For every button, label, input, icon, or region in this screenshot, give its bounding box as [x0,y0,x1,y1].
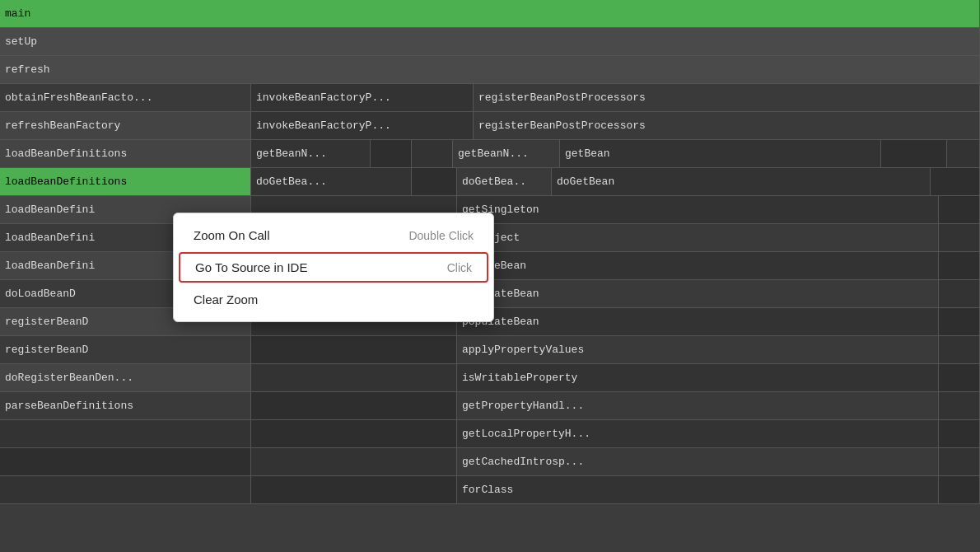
cell-getbean1: getBean [560,140,881,167]
row-4: obtainFreshBeanFacto... invokeBeanFactor… [0,84,980,112]
cell-getbeann1: getBeanN... [251,140,371,167]
cell-empty3 [412,168,457,195]
menu-item-go-to-source[interactable]: Go To Source in IDE Click [179,252,488,283]
cell-side1 [881,140,947,167]
cell-registerbeand2: registerBeanD [0,336,251,363]
cell-empty15 [251,448,457,475]
cell-side7 [939,280,980,307]
cell-obtain: obtainFreshBeanFacto... [0,84,251,111]
cell-side4 [939,196,980,223]
cell-invoke1: invokeBeanFactoryP... [251,84,474,111]
cell-iswritableproperty: isWritableProperty [457,364,939,391]
cell-empty14 [0,448,251,475]
cell-docreatebean: doCreateBean [457,280,939,307]
cell-empty1 [371,140,412,167]
row-14: doRegisterBeanDen... isWritableProperty [0,364,980,392]
cell-register2: registerBeanPostProcessors [474,112,980,139]
cell-empty2 [412,140,453,167]
menu-label-zoom: Zoom On Call [194,228,270,242]
menu-shortcut-zoom: Double Click [408,229,474,242]
cell-dogetbea2: doGetBea.. [457,168,552,195]
cell-empty13 [251,420,457,447]
row-6: loadBeanDefinitions getBeanN... getBeanN… [0,140,980,168]
menu-label-go-to-source: Go To Source in IDE [195,260,307,274]
menu-shortcut-go-to-source: Click [447,261,472,274]
cell-invoke2: invokeBeanFactoryP... [251,112,474,139]
cell-side11 [939,392,980,419]
cell-register1: registerBeanPostProcessors [474,84,980,111]
cell-side10 [939,364,980,391]
cell-side13 [939,448,980,475]
cell-empty12 [0,420,251,447]
cell-empty10 [251,364,457,391]
row-17: getCachedIntrosp... [0,448,980,476]
cell-setup: setUp [0,28,980,55]
cell-side3 [931,168,980,195]
row-5: refreshBeanFactory invokeBeanFactoryP...… [0,112,980,140]
cell-refresh: refresh [0,56,980,83]
row-refresh: refresh [0,56,980,84]
cell-empty17 [251,476,457,503]
cell-doregisterbeanden: doRegisterBeanDen... [0,364,251,391]
cell-getcachedintrosp: getCachedIntrosp... [457,448,939,475]
menu-item-zoom-on-call[interactable]: Zoom On Call Double Click [174,220,493,250]
cell-load1: loadBeanDefinitions [0,140,251,167]
cell-getbeann2: getBeanN... [453,140,560,167]
cell-empty11 [251,392,457,419]
menu-label-clear-zoom: Clear Zoom [194,292,258,306]
row-main[interactable]: main [0,0,980,28]
cell-side5 [939,224,980,251]
cell-dogetbean: doGetBean [552,168,931,195]
cell-createbean: createBean [457,252,939,279]
cell-getpropertyhandl: getPropertyHandl... [457,392,939,419]
cell-side6 [939,252,980,279]
cell-empty9 [251,336,457,363]
cell-parsebeandefs: parseBeanDefinitions [0,392,251,419]
cell-populatebean: populateBean [457,308,939,335]
cell-refresh-bean: refreshBeanFactory [0,112,251,139]
row-7: loadBeanDefinitions doGetBea... doGetBea… [0,168,980,196]
cell-main[interactable]: main [0,0,980,27]
cell-getsingleton: getSingleton [457,196,939,223]
row-15: parseBeanDefinitions getPropertyHandl... [0,392,980,420]
row-setup: setUp [0,28,980,56]
cell-applypropertyvalues: applyPropertyValues [457,336,939,363]
menu-item-clear-zoom[interactable]: Clear Zoom [174,284,493,315]
cell-side8 [939,308,980,335]
row-16: getLocalPropertyH... [0,420,980,448]
cell-side9 [939,336,980,363]
cell-side12 [939,420,980,447]
cell-side14 [939,476,980,503]
row-13: registerBeanD applyPropertyValues [0,336,980,364]
context-menu: Zoom On Call Double Click Go To Source i… [173,213,494,322]
cell-load-def-green[interactable]: loadBeanDefinitions [0,168,251,195]
cell-forclass: forClass [457,476,939,503]
cell-empty16 [0,476,251,503]
row-18: forClass [0,476,980,504]
cell-side2 [947,140,980,167]
cell-getobject: getObject [457,224,939,251]
cell-dogetbea1: doGetBea... [251,168,412,195]
cell-getlocalpropertyh: getLocalPropertyH... [457,420,939,447]
